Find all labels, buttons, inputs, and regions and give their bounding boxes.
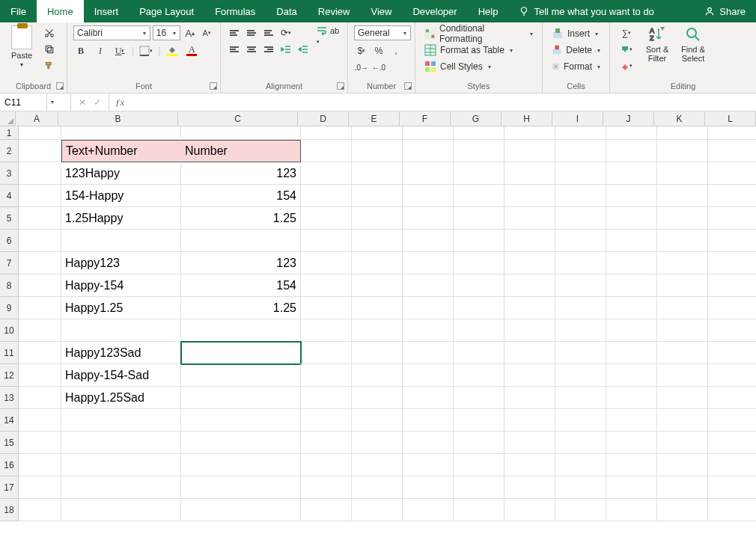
- cell[interactable]: [606, 454, 657, 476]
- cell[interactable]: [19, 432, 61, 454]
- align-right-button[interactable]: [261, 42, 276, 57]
- tab-file[interactable]: File: [0, 0, 37, 22]
- cell[interactable]: [708, 476, 756, 499]
- cell[interactable]: [19, 297, 61, 319]
- cell[interactable]: [181, 230, 301, 252]
- sort-filter-button[interactable]: AZ Sort & Filter: [641, 25, 673, 73]
- align-center-button[interactable]: [244, 42, 259, 57]
- cell[interactable]: [657, 342, 708, 364]
- cell[interactable]: [657, 274, 708, 297]
- cell[interactable]: Number: [181, 140, 301, 162]
- cell[interactable]: [301, 185, 352, 207]
- clipboard-dialog-launcher[interactable]: [56, 82, 64, 90]
- cell[interactable]: [19, 162, 61, 185]
- cell[interactable]: Text+Number: [61, 140, 181, 162]
- cell[interactable]: [454, 230, 504, 252]
- cell[interactable]: [454, 207, 504, 230]
- cell[interactable]: [606, 499, 657, 521]
- enter-formula-button[interactable]: ✓: [94, 97, 101, 108]
- cell[interactable]: [454, 185, 504, 207]
- cell[interactable]: [181, 364, 301, 387]
- cell-styles-button[interactable]: Cell Styles▾: [421, 58, 536, 75]
- cell[interactable]: [504, 476, 555, 499]
- cell[interactable]: [555, 319, 606, 342]
- cell[interactable]: [504, 364, 555, 387]
- cell[interactable]: 1.25: [181, 297, 301, 319]
- cell[interactable]: [352, 297, 403, 319]
- select-all-corner[interactable]: [0, 111, 16, 126]
- cell[interactable]: [657, 140, 708, 162]
- cell[interactable]: [555, 364, 606, 387]
- cell[interactable]: [61, 319, 181, 342]
- share-button[interactable]: Share: [694, 0, 756, 22]
- cell[interactable]: [708, 126, 756, 140]
- cell[interactable]: Happy1.25: [61, 297, 181, 319]
- tab-page-layout[interactable]: Page Layout: [129, 0, 204, 22]
- alignment-dialog-launcher[interactable]: [337, 82, 344, 90]
- cell[interactable]: [301, 499, 352, 521]
- cell[interactable]: [555, 409, 606, 432]
- percent-button[interactable]: %: [371, 43, 386, 58]
- col-header-B[interactable]: B: [58, 111, 178, 126]
- cell[interactable]: [606, 185, 657, 207]
- cell[interactable]: [352, 126, 403, 140]
- cell[interactable]: [19, 342, 61, 364]
- cell[interactable]: [657, 297, 708, 319]
- italic-button[interactable]: I: [93, 43, 108, 58]
- row-header[interactable]: 11: [0, 342, 19, 364]
- cell[interactable]: [708, 342, 756, 364]
- cell[interactable]: [403, 274, 454, 297]
- decrease-decimal-button[interactable]: ←.0: [371, 60, 386, 75]
- col-header-K[interactable]: K: [654, 111, 705, 126]
- cell[interactable]: [352, 342, 403, 364]
- fx-label[interactable]: ƒx: [109, 93, 130, 111]
- cell[interactable]: [606, 230, 657, 252]
- autosum-button[interactable]: ∑▾: [616, 25, 637, 40]
- cell[interactable]: [606, 409, 657, 432]
- cell[interactable]: [19, 185, 61, 207]
- cell[interactable]: [454, 274, 504, 297]
- cell[interactable]: [301, 454, 352, 476]
- cell[interactable]: [403, 126, 454, 140]
- row-header[interactable]: 12: [0, 364, 19, 387]
- cell[interactable]: [301, 432, 352, 454]
- cell[interactable]: [403, 499, 454, 521]
- cell[interactable]: [61, 454, 181, 476]
- cell[interactable]: [19, 126, 61, 140]
- cell[interactable]: [403, 185, 454, 207]
- cell[interactable]: [504, 499, 555, 521]
- cell[interactable]: [708, 252, 756, 274]
- cell[interactable]: [708, 364, 756, 387]
- cell[interactable]: [606, 274, 657, 297]
- cell[interactable]: [61, 432, 181, 454]
- cell[interactable]: [606, 162, 657, 185]
- find-select-button[interactable]: Find & Select: [677, 25, 709, 73]
- format-as-table-button[interactable]: Format as Table▾: [421, 42, 536, 58]
- cell[interactable]: [708, 140, 756, 162]
- font-color-button[interactable]: A: [184, 43, 199, 58]
- cell[interactable]: [19, 274, 61, 297]
- cell[interactable]: [301, 342, 352, 364]
- underline-button[interactable]: U▾: [112, 43, 127, 58]
- cell[interactable]: [181, 409, 301, 432]
- cell[interactable]: [657, 162, 708, 185]
- cell[interactable]: [708, 185, 756, 207]
- cell[interactable]: [504, 387, 555, 409]
- row-header[interactable]: 18: [0, 499, 19, 521]
- tab-data[interactable]: Data: [266, 0, 307, 22]
- wrap-text-button[interactable]: ab: [317, 25, 339, 36]
- cell[interactable]: [657, 364, 708, 387]
- cell[interactable]: [454, 126, 504, 140]
- row-header[interactable]: 14: [0, 409, 19, 432]
- name-box-input[interactable]: [0, 97, 46, 108]
- cell[interactable]: [352, 230, 403, 252]
- cell[interactable]: [403, 409, 454, 432]
- cell[interactable]: [352, 499, 403, 521]
- cell[interactable]: [454, 499, 504, 521]
- tab-review[interactable]: Review: [308, 0, 361, 22]
- cell[interactable]: [19, 207, 61, 230]
- row-header[interactable]: 4: [0, 185, 19, 207]
- cell[interactable]: [403, 432, 454, 454]
- cell[interactable]: [504, 342, 555, 364]
- cell[interactable]: [454, 252, 504, 274]
